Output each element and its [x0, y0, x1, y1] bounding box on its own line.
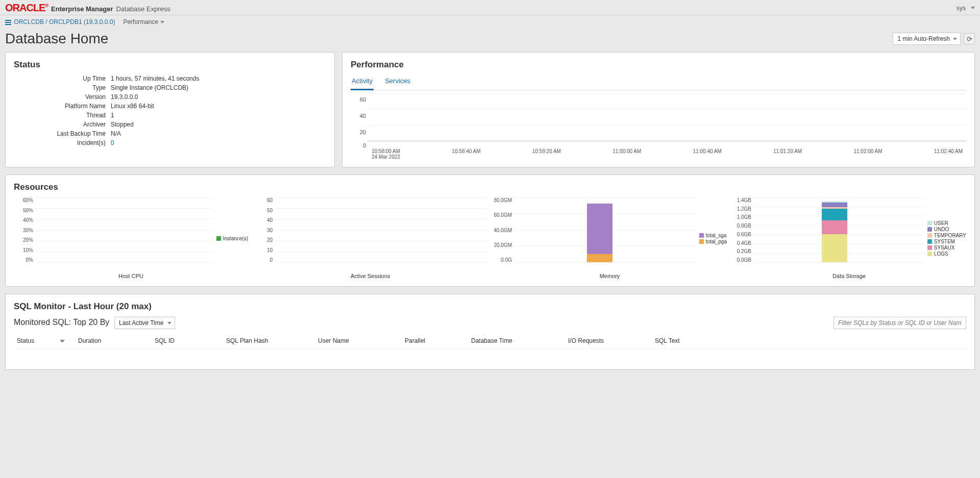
status-label: Version — [24, 93, 106, 100]
status-value: Stopped — [111, 121, 326, 128]
tab-services[interactable]: Services — [384, 75, 411, 90]
status-table: Up Time1 hours, 57 minutes, 41 secondsTy… — [24, 75, 326, 146]
sort-icon — [60, 340, 65, 343]
chart-memory: 80.0GM60.0GM40.0GM20.0GM0.0Gtotal_sgatot… — [493, 197, 727, 279]
status-value: 19.3.0.0.0 — [111, 93, 326, 100]
svg-rect-0 — [5, 20, 11, 21]
column-header[interactable]: User Name — [315, 336, 402, 345]
status-label: Up Time — [24, 75, 106, 82]
refresh-button[interactable]: ⟳ — [964, 33, 975, 44]
axis-y: 6040200 — [351, 93, 366, 148]
row-1: Status Up Time1 hours, 57 minutes, 41 se… — [0, 52, 980, 174]
status-value: Linux x86 64-bit — [111, 103, 326, 110]
refresh-interval-select[interactable]: 1 min Auto-Refresh — [893, 33, 961, 45]
plot-area — [368, 93, 966, 141]
chart-host_cpu: 60%50%40%30%20%10%0%Instance(s)Host CPU — [14, 197, 248, 279]
breadcrumb[interactable]: ORCLCDB / ORCLPDB1 (19.3.0.0.0) — [5, 18, 115, 26]
monitored-sql-label: Monitored SQL: Top 20 By — [14, 318, 109, 326]
tab-activity[interactable]: Activity — [351, 75, 374, 90]
chevron-down-icon — [971, 7, 975, 9]
status-value: Single Instance (ORCLCDB) — [111, 84, 326, 91]
resources-title: Resources — [14, 182, 966, 192]
de-text: Database Express — [116, 5, 170, 13]
performance-tabs: Activity Services — [351, 75, 966, 90]
sql-monitor-title: SQL Monitor - Last Hour (20 max) — [14, 301, 966, 312]
em-text: Enterprise Manager — [51, 5, 113, 13]
status-value: 1 hours, 57 minutes, 41 seconds — [111, 75, 326, 82]
svg-rect-2 — [5, 24, 11, 25]
chevron-down-icon — [160, 21, 164, 23]
row-2: Resources 60%50%40%30%20%10%0%Instance(s… — [0, 174, 980, 294]
breadcrumb-row: ORCLCDB / ORCLPDB1 (19.3.0.0.0) Performa… — [0, 15, 980, 29]
status-panel: Status Up Time1 hours, 57 minutes, 41 se… — [5, 52, 335, 167]
chevron-down-icon — [167, 322, 172, 324]
column-header[interactable]: Parallel — [402, 336, 468, 345]
resources-panel: Resources 60%50%40%30%20%10%0%Instance(s… — [5, 174, 975, 287]
chart-data_storage: 1.4GB1.2GB1.0GB0.8GB0.6GB0.4GB0.2GB0.0GB… — [732, 197, 966, 279]
column-header[interactable]: Duration — [75, 336, 152, 345]
status-label: Thread — [24, 112, 106, 119]
sql-sub-row: Monitored SQL: Top 20 By Last Active Tim… — [14, 317, 966, 329]
column-header[interactable]: I/O Requests — [565, 336, 652, 345]
column-header[interactable]: Status — [14, 336, 75, 345]
topbar-left: ORACLE® Enterprise Manager Database Expr… — [5, 2, 170, 14]
row-3: SQL Monitor - Last Hour (20 max) Monitor… — [0, 294, 980, 377]
axis-x: 10:58:00 AM24 Mar 202210:58:40 AM10:59:2… — [368, 148, 966, 160]
sql-monitor-panel: SQL Monitor - Last Hour (20 max) Monitor… — [5, 294, 975, 370]
chart-active_sessions: 6050403020100Active Sessions — [253, 197, 487, 279]
column-header[interactable]: SQL Plan Hash — [223, 336, 315, 345]
user-menu[interactable]: sys — [957, 5, 975, 12]
topbar: ORACLE® Enterprise Manager Database Expr… — [0, 0, 980, 15]
page-title: Database Home — [5, 31, 108, 47]
charts-row: 60%50%40%30%20%10%0%Instance(s)Host CPU6… — [14, 197, 966, 279]
column-header[interactable]: SQL Text — [652, 336, 966, 345]
status-label: Type — [24, 84, 106, 91]
status-label: Platform Name — [24, 103, 106, 110]
column-header[interactable]: SQL ID — [152, 336, 223, 345]
status-value: 1 — [111, 112, 326, 119]
svg-rect-1 — [5, 22, 11, 23]
user-label: sys — [957, 5, 966, 12]
sql-table-header: StatusDurationSQL IDSQL Plan HashUser Na… — [14, 336, 966, 349]
status-value[interactable]: 0 — [111, 139, 326, 146]
status-label: Archiver — [24, 121, 106, 128]
refresh-icon: ⟳ — [967, 35, 972, 43]
sql-filter-input[interactable] — [834, 317, 966, 329]
sql-sort-select[interactable]: Last Active Time — [114, 317, 175, 329]
status-title: Status — [14, 60, 326, 70]
chevron-down-icon — [953, 38, 957, 40]
refresh-controls: 1 min Auto-Refresh ⟳ — [893, 33, 975, 45]
status-value: N/A — [111, 130, 326, 137]
status-label: Last Backup Time — [24, 130, 106, 137]
monitored-sql-label-group: Monitored SQL: Top 20 By Last Active Tim… — [14, 317, 175, 329]
performance-panel: Performance Activity Services 6040200 10… — [342, 52, 975, 167]
activity-chart: 6040200 10:58:00 AM24 Mar 202210:58:40 A… — [351, 93, 966, 160]
status-label: Incident(s) — [24, 139, 106, 146]
oracle-logo: ORACLE® — [5, 2, 48, 14]
performance-menu[interactable]: Performance — [123, 18, 164, 26]
database-icon — [5, 20, 11, 25]
title-row: Database Home 1 min Auto-Refresh ⟳ — [0, 29, 980, 52]
column-header[interactable]: Database Time — [468, 336, 565, 345]
performance-title: Performance — [351, 60, 966, 70]
